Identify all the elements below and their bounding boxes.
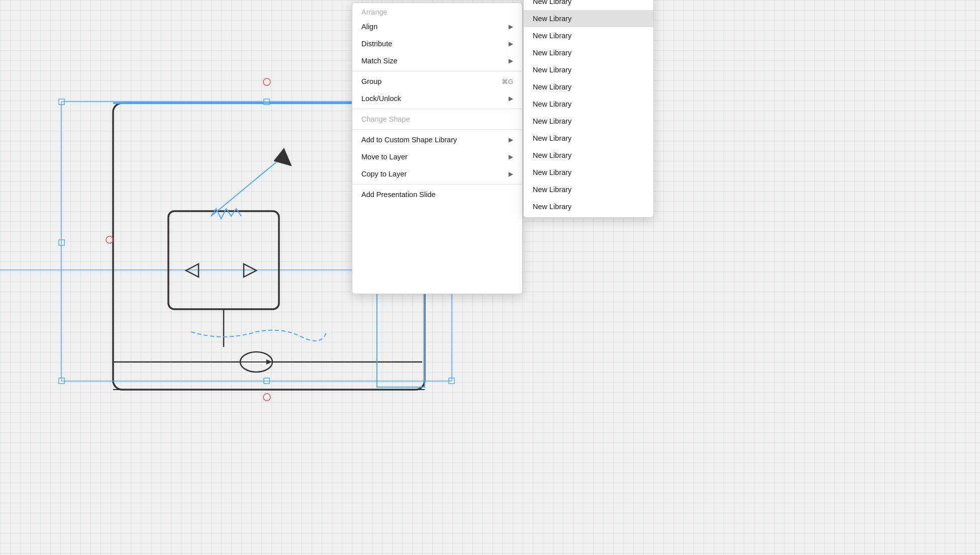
- menu-item-add-presentation[interactable]: Add Presentation Slide: [352, 186, 522, 203]
- submenu-item-lib13[interactable]: New Library: [524, 198, 653, 215]
- arrow-icon: ▶: [509, 153, 513, 160]
- menu-item-copy-to-layer[interactable]: Copy to Layer ▶: [352, 165, 522, 182]
- menu-item-match-size-label: Match Size: [361, 57, 398, 65]
- arrow-icon: ▶: [509, 57, 513, 64]
- menu-divider-2: [352, 109, 522, 109]
- menu-divider-1: [352, 71, 522, 71]
- submenu-item-lib7[interactable]: New Library: [524, 96, 653, 113]
- menu-item-lock-unlock[interactable]: Lock/Unlock ▶: [352, 90, 522, 107]
- menu-item-add-library-label: Add to Custom Shape Library: [361, 136, 457, 144]
- menu-item-move-to-layer[interactable]: Move to Layer ▶: [352, 148, 522, 165]
- context-menu: Arrange Align ▶ Distribute ▶ Match Size …: [352, 3, 523, 294]
- menu-item-lock-unlock-label: Lock/Unlock: [361, 95, 401, 103]
- arrow-icon: ▶: [509, 136, 513, 143]
- submenu-item-lib11[interactable]: New Library: [524, 164, 653, 181]
- menu-item-align[interactable]: Align ▶: [352, 18, 522, 35]
- arrow-icon: ▶: [509, 170, 513, 177]
- menu-item-change-shape: Change Shape: [352, 111, 522, 128]
- menu-item-align-label: Align: [361, 23, 377, 31]
- submenu-item-lib10[interactable]: New Library: [524, 147, 653, 164]
- submenu-item-lib2[interactable]: New Library: [524, 10, 653, 27]
- submenu-wrapper-library: Add to Custom Shape Library ▶ New Librar…: [352, 131, 522, 148]
- menu-item-group-label: Group: [361, 77, 381, 85]
- menu-item-move-layer-label: Move to Layer: [361, 153, 408, 161]
- menu-item-distribute-label: Distribute: [361, 40, 392, 48]
- arrow-icon: ▶: [509, 40, 513, 47]
- menu-header: Arrange: [352, 5, 522, 18]
- submenu-item-lib12[interactable]: New Library: [524, 181, 653, 198]
- submenu-item-lib4[interactable]: New Library: [524, 44, 653, 61]
- submenu-item-lib5[interactable]: New Library: [524, 61, 653, 78]
- submenu-item-lib1[interactable]: New Library: [524, 0, 653, 10]
- submenu-library: New Library New Library New Library New …: [523, 0, 654, 218]
- menu-item-add-presentation-label: Add Presentation Slide: [361, 191, 436, 199]
- menu-divider-3: [352, 129, 522, 130]
- menu-divider-4: [352, 184, 522, 184]
- menu-item-copy-layer-label: Copy to Layer: [361, 170, 407, 178]
- menu-item-group[interactable]: Group ⌘G: [352, 73, 522, 90]
- submenu-item-lib8[interactable]: New Library: [524, 113, 653, 130]
- menu-item-change-shape-label: Change Shape: [361, 115, 410, 123]
- menu-item-match-size[interactable]: Match Size ▶: [352, 52, 522, 69]
- submenu-item-lib6[interactable]: New Library: [524, 78, 653, 96]
- arrow-icon: ▶: [509, 23, 513, 30]
- group-shortcut: ⌘G: [502, 78, 513, 85]
- submenu-item-lib3[interactable]: New Library: [524, 27, 653, 44]
- submenu-item-lib9[interactable]: New Library: [524, 130, 653, 147]
- arrow-icon: ▶: [509, 95, 513, 102]
- menu-item-add-to-library[interactable]: Add to Custom Shape Library ▶: [352, 131, 522, 148]
- menu-item-distribute[interactable]: Distribute ▶: [352, 35, 522, 52]
